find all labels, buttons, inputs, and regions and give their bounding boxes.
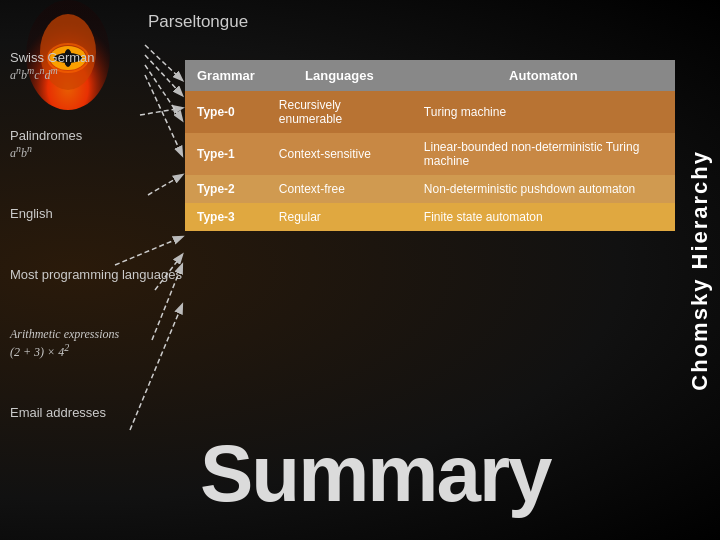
- swiss-german-text: Swiss German: [10, 50, 175, 65]
- label-email: Email addresses: [10, 405, 175, 420]
- label-english: English: [10, 206, 175, 221]
- swiss-german-math: anbmcndm: [10, 65, 175, 83]
- type-3-automaton: Finite state automaton: [412, 203, 675, 231]
- palindromes-text: Palindromes: [10, 128, 175, 143]
- english-text: English: [10, 206, 53, 221]
- header-automaton: Automaton: [412, 60, 675, 91]
- arithmetic-text: Arithmetic expressions(2 + 3) × 42: [10, 327, 175, 360]
- type-3-label: Type-3: [185, 203, 267, 231]
- type-0-language: Recursively enumerable: [267, 91, 412, 133]
- hierarchy-table: Grammar Languages Automaton Type-0 Recur…: [185, 60, 675, 231]
- type-2-label: Type-2: [185, 175, 267, 203]
- label-arithmetic: Arithmetic expressions(2 + 3) × 42: [10, 327, 175, 360]
- type-2-language: Context-free: [267, 175, 412, 203]
- summary-label: Summary: [200, 428, 551, 520]
- label-most-programming: Most programming languages: [10, 267, 175, 282]
- header-languages: Languages: [267, 60, 412, 91]
- page-title: Parseltongue: [148, 12, 248, 32]
- table-row: Type-1 Context-sensitive Linear-bounded …: [185, 133, 675, 175]
- palindromes-math: anbn: [10, 143, 175, 161]
- type-0-label: Type-0: [185, 91, 267, 133]
- label-swiss-german: Swiss German anbmcndm: [10, 50, 175, 83]
- table-row: Type-0 Recursively enumerable Turing mac…: [185, 91, 675, 133]
- type-3-language: Regular: [267, 203, 412, 231]
- type-1-automaton: Linear-bounded non-deterministic Turing …: [412, 133, 675, 175]
- table-row: Type-2 Context-free Non-deterministic pu…: [185, 175, 675, 203]
- chomsky-vertical-text: Chomsky Hierarchy: [687, 150, 713, 391]
- label-palindromes: Palindromes anbn: [10, 128, 175, 161]
- most-programming-text: Most programming languages: [10, 267, 182, 282]
- email-text: Email addresses: [10, 405, 106, 420]
- header-grammar: Grammar: [185, 60, 267, 91]
- left-labels-container: Swiss German anbmcndm Palindromes anbn E…: [0, 40, 175, 480]
- chomsky-hierarchy-label: Chomsky Hierarchy: [680, 0, 720, 540]
- type-0-automaton: Turing machine: [412, 91, 675, 133]
- table-header-row: Grammar Languages Automaton: [185, 60, 675, 91]
- table-row: Type-3 Regular Finite state automaton: [185, 203, 675, 231]
- type-1-label: Type-1: [185, 133, 267, 175]
- type-1-language: Context-sensitive: [267, 133, 412, 175]
- chomsky-table: Grammar Languages Automaton Type-0 Recur…: [185, 60, 675, 231]
- type-2-automaton: Non-deterministic pushdown automaton: [412, 175, 675, 203]
